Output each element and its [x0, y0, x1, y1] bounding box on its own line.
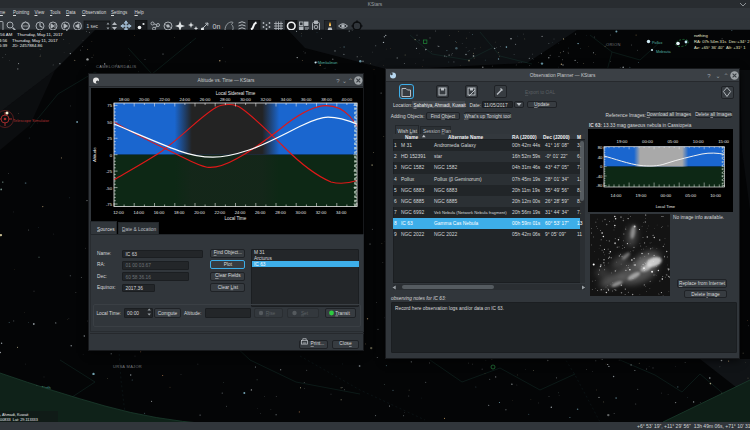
svg-text:RA:: RA: [97, 262, 105, 267]
svg-text:24:00: 24:00 [235, 210, 246, 215]
svg-text:20h 56m 19s: 20h 56m 19s [512, 210, 541, 215]
svg-text:38:00: 38:00 [321, 97, 332, 102]
svg-text:0: 0 [110, 153, 113, 158]
svg-text:NGC 6885: NGC 6885 [401, 199, 424, 204]
svg-text:-75: -75 [106, 202, 113, 207]
svg-text:43° 47' 05": 43° 47' 05" [545, 165, 569, 170]
svg-text:7: 7 [394, 210, 397, 215]
svg-text:NGC 6885: NGC 6885 [434, 199, 457, 204]
svg-text:NGC 2022: NGC 2022 [401, 232, 424, 237]
svg-text:M 31: M 31 [401, 143, 412, 148]
svg-text:60° 53' 17": 60° 53' 17" [545, 221, 569, 226]
svg-text:Name: Name [405, 135, 418, 140]
svg-text:26:00: 26:00 [200, 97, 211, 102]
svg-text:IC 63: IC 63 [401, 221, 413, 226]
svg-text:Altitude:: Altitude: [184, 311, 201, 316]
svg-text:-50: -50 [106, 186, 113, 191]
svg-text:NGC 6883: NGC 6883 [401, 188, 424, 193]
svg-text:24:00: 24:00 [180, 97, 191, 102]
svg-text:M 31: M 31 [254, 250, 265, 255]
svg-text:8.: 8. [577, 199, 581, 204]
svg-text:14:56 Thursday, May 11, 201: 14:56 Thursday, May 11, 2017 [0, 38, 58, 43]
svg-text:60 58 36.16: 60 58 36.16 [126, 275, 152, 280]
svg-text:Adding Objects:: Adding Objects: [391, 114, 425, 119]
svg-text:1 sec: 1 sec [87, 24, 99, 29]
svg-text:Delete all Images: Delete all Images [695, 112, 733, 117]
svg-text:28° 01' 34": 28° 01' 34" [545, 177, 569, 182]
svg-text:2: 2 [394, 154, 397, 159]
svg-text:Find Object...: Find Object... [214, 250, 243, 255]
svg-text:0n: 0n [213, 23, 221, 30]
svg-text:RA: 07h 54m 31s Dec:+34° 2: RA: 07h 54m 31s Dec:+34° 2 [694, 39, 750, 44]
svg-text:Location:: Location: [393, 103, 412, 108]
svg-text:HD 152391: HD 152391 [401, 154, 426, 159]
svg-text:22:00: 22:00 [159, 97, 170, 102]
svg-text:Date:: Date: [470, 103, 481, 108]
svg-text:00h 59m 01s: 00h 59m 01s [512, 221, 541, 226]
svg-text:Local Sidereal Time: Local Sidereal Time [216, 91, 256, 96]
svg-text:Compute: Compute [158, 311, 178, 316]
svg-text:34:00: 34:00 [281, 97, 292, 102]
svg-text:NGC 2022: NGC 2022 [434, 232, 457, 237]
svg-text:20:00: 20:00 [194, 210, 205, 215]
svg-text:20h 12m 00s: 20h 12m 00s [512, 199, 541, 204]
svg-text:Sources: Sources [97, 227, 115, 232]
svg-text:Date & Location: Date & Location [122, 227, 156, 232]
svg-text:11/05/2017: 11/05/2017 [484, 103, 508, 108]
svg-text:100833 Lat: 29.113333: 100833 Lat: 29.113333 [0, 418, 38, 422]
svg-text:20:00: 20:00 [139, 97, 150, 102]
svg-text:7.: 7. [577, 165, 581, 170]
svg-text:26:00: 26:00 [255, 210, 266, 215]
svg-text:20h 11m 19s: 20h 11m 19s [512, 188, 540, 193]
svg-text:18:00: 18:00 [119, 97, 130, 102]
svg-text:Reference Images:: Reference Images: [606, 113, 647, 118]
svg-text:4: 4 [394, 177, 397, 182]
svg-text:RA (J2000): RA (J2000) [512, 135, 537, 140]
svg-text:26° 28' 59": 26° 28' 59" [545, 199, 569, 204]
svg-text:Pollux: Pollux [401, 177, 415, 182]
svg-text:NGC 6992: NGC 6992 [401, 210, 424, 215]
svg-text:Update: Update [534, 102, 550, 107]
svg-text:Sabahiya, Ahmadi, Kuwait: Sabahiya, Ahmadi, Kuwait [414, 103, 467, 108]
svg-text:Arcturus: Arcturus [254, 256, 272, 261]
svg-text:32:00: 32:00 [261, 97, 272, 102]
svg-text:04h 31m 46s: 04h 31m 46s [512, 165, 541, 170]
svg-text:18:00: 18:00 [174, 210, 185, 215]
svg-text:Telescope Simulator: Telescope Simulator [13, 118, 50, 123]
svg-text:observing notes for IC 63:: observing notes for IC 63: [391, 296, 447, 301]
svg-text:Veli Nebula (Network Nebula fr: Veli Nebula (Network Nebula fragment) [434, 210, 507, 215]
svg-text:Az: +65° 36' 40" Alt: +31° 1: Az: +65° 36' 40" Alt: +31° 1 [694, 45, 746, 50]
svg-text:30:00: 30:00 [240, 97, 251, 102]
svg-text:50: 50 [107, 120, 112, 125]
svg-text:IC 63: IC 63 [254, 262, 266, 267]
svg-text:5: 5 [394, 188, 397, 193]
svg-text:36:00: 36:00 [301, 97, 312, 102]
svg-text:-0° 01' 22": -0° 01' 22" [545, 154, 568, 159]
svg-text:40:00: 40:00 [342, 97, 353, 102]
svg-text:⌃: ⌃ [348, 78, 353, 84]
svg-text:ORION: ORION [606, 42, 621, 47]
svg-text:-25: -25 [106, 169, 113, 174]
svg-text:3: 3 [394, 165, 397, 170]
svg-text:2017.36: 2017.36 [126, 286, 144, 291]
svg-text:Pollux: Pollux [652, 41, 662, 45]
svg-text:IC 63: 13.33 mag gaseous nebul: IC 63: 13.33 mag gaseous nebula in Cassi… [589, 123, 692, 128]
svg-text:75: 75 [107, 103, 112, 108]
svg-text:9: 9 [394, 232, 397, 237]
svg-text:Close: Close [339, 341, 352, 346]
svg-text:16:39 JD: 2457884.86: 16:39 JD: 2457884.86 [0, 43, 43, 48]
svg-text:12:00: 12:00 [113, 210, 124, 215]
svg-text:30:00: 30:00 [296, 210, 307, 215]
svg-text:No image info available.: No image info available. [673, 215, 724, 220]
svg-text:⌄: ⌄ [342, 78, 347, 84]
svg-text:41° 16' 08": 41° 16' 08" [545, 143, 569, 148]
svg-text:+6° 53' 19", +11° 29' 56" 13h: +6° 53' 19", +11° 29' 56" 13h 49m 06s, +… [637, 423, 750, 429]
svg-text:Menkalinan: Menkalinan [318, 61, 337, 65]
svg-text:Mebsuta: Mebsuta [656, 50, 671, 54]
svg-text:Find Object: Find Object [431, 114, 456, 119]
svg-text:Replace from Internet: Replace from Internet [679, 281, 726, 286]
svg-text:Set: Set [301, 311, 309, 316]
svg-text:Print...: Print... [311, 341, 325, 346]
svg-text:Alternate Name: Alternate Name [448, 135, 484, 140]
svg-text:Session Plan: Session Plan [423, 129, 451, 134]
